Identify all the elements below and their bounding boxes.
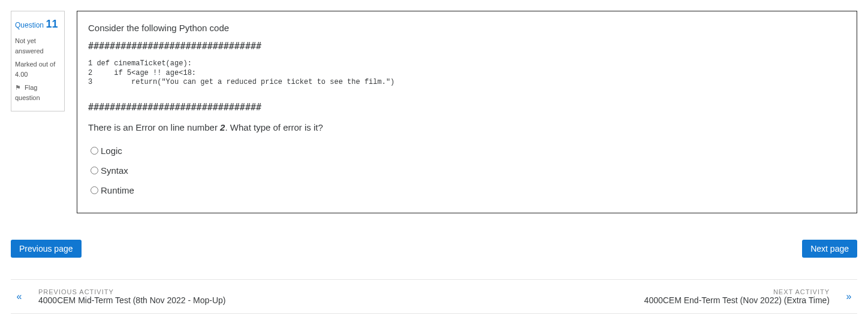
options-group: Logic Syntax Runtime [88,143,846,198]
flag-line2: question [15,94,40,101]
question-content: Consider the following Python code #####… [77,11,857,213]
option-syntax-label: Syntax [101,162,128,179]
next-activity-text: NEXT ACTIVITY 4000CEM End-Term Test (Nov… [644,288,830,305]
option-runtime[interactable]: Runtime [91,182,846,198]
previous-activity-link[interactable]: « PREVIOUS ACTIVITY 4000CEM Mid-Term Tes… [11,288,226,305]
radio-runtime[interactable] [91,186,98,194]
question-label: Question [15,21,44,29]
question-number: Question 11 [15,16,61,32]
question-marks: Marked out of 4.00 [15,59,61,79]
next-activity-title: 4000CEM End-Term Test (Nov 2022) (Extra … [644,295,830,305]
radio-logic[interactable] [91,147,98,155]
question-intro: Consider the following Python code [88,20,846,36]
hash-divider-bottom: ################################ [88,99,846,116]
chevron-left-icon: « [11,288,28,305]
radio-syntax[interactable] [91,167,98,174]
next-page-button[interactable]: Next page [802,240,857,258]
next-activity-sub: NEXT ACTIVITY [644,288,830,295]
marked-line2: 4.00 [15,71,28,78]
question-info-box: Question 11 Not yet answered Marked out … [11,11,65,111]
marked-line1: Marked out of [15,61,55,68]
flag-question-link[interactable]: ⚑ Flag question [15,83,61,102]
question-row: Question 11 Not yet answered Marked out … [11,11,857,213]
previous-page-button[interactable]: Previous page [11,240,82,258]
chevron-right-icon: » [840,288,857,305]
option-logic-label: Logic [101,143,122,159]
activity-navigation: « PREVIOUS ACTIVITY 4000CEM Mid-Term Tes… [11,279,857,314]
flag-icon: ⚑ [15,83,21,93]
flag-line1: Flag [25,84,37,91]
option-logic[interactable]: Logic [91,143,846,159]
next-activity-link[interactable]: » NEXT ACTIVITY 4000CEM End-Term Test (N… [644,288,857,305]
previous-activity-title: 4000CEM Mid-Term Test (8th Nov 2022 - Mo… [38,295,226,305]
option-syntax[interactable]: Syntax [91,162,846,179]
previous-activity-sub: PREVIOUS ACTIVITY [38,288,226,295]
question-text: There is an Error on line number 2. What… [88,119,846,135]
option-runtime-label: Runtime [101,182,134,198]
hash-divider-top: ################################ [88,38,846,55]
status-line1: Not yet [15,37,36,44]
question-pre: There is an Error on line number [88,122,220,132]
previous-activity-text: PREVIOUS ACTIVITY 4000CEM Mid-Term Test … [38,288,226,305]
question-post: . What type of error is it? [225,122,323,132]
status-line2: answered [15,47,44,55]
question-status: Not yet answered [15,36,61,56]
code-block: 1 def cinemaTicket(age): 2 if 5<age !! a… [88,59,846,87]
question-number-value: 11 [46,18,58,30]
pager-row: Previous page Next page [11,240,857,258]
